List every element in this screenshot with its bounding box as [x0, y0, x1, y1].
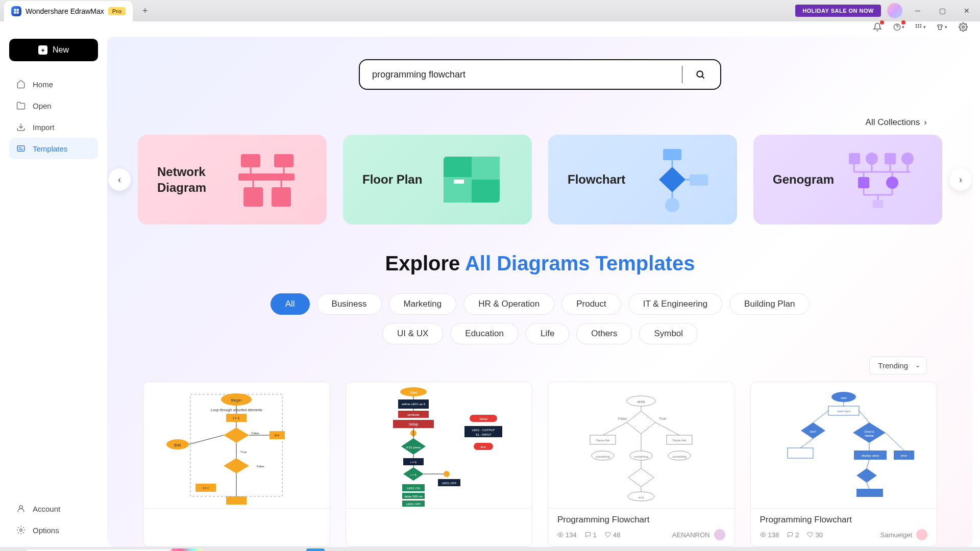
svg-text:Game Ask: Game Ask [672, 439, 687, 442]
sidebar-item-import[interactable]: Import [9, 116, 98, 138]
svg-rect-2 [918, 24, 919, 26]
gear-icon [16, 525, 26, 535]
category-title: Network Diagram [157, 164, 226, 195]
eye-icon [760, 532, 766, 538]
comment-icon [585, 532, 591, 538]
taskbar-edge-icon[interactable] [225, 548, 243, 551]
sidebar-item-home[interactable]: Home [9, 73, 98, 95]
filter-chip-uiux[interactable]: UI & UX [382, 323, 443, 344]
filter-chip-marketing[interactable]: Marketing [389, 293, 457, 315]
svg-text:Setup: Setup [409, 422, 418, 427]
svg-rect-8 [17, 146, 24, 152]
filter-chip-symbol[interactable]: Symbol [639, 323, 698, 344]
bell-icon[interactable] [872, 21, 883, 33]
filter-chip-building[interactable]: Building Plan [729, 293, 810, 315]
svg-point-89 [444, 471, 450, 477]
apps-icon[interactable]: ▾ [915, 21, 926, 33]
filter-chip-education[interactable]: Education [450, 323, 519, 344]
minimize-button[interactable]: ─ [909, 3, 927, 18]
template-thumbnail: Start define LED1 as 6 pinMode Setup if … [346, 382, 532, 509]
template-card[interactable]: Start define LED1 as 6 pinMode Setup if … [346, 382, 533, 547]
template-card[interactable]: while False True Game Ask Game Ask somet… [548, 382, 735, 547]
shirt-icon[interactable]: ▾ [936, 21, 947, 33]
category-card-flowchart[interactable]: Flowchart [548, 135, 737, 224]
filter-chip-all[interactable]: All [271, 293, 310, 315]
category-card-network[interactable]: Network Diagram [138, 135, 327, 224]
flowchart-illustration-icon [636, 146, 718, 213]
filter-chip-hr[interactable]: HR & Operation [463, 293, 554, 315]
sort-label: Trending [878, 361, 908, 370]
maximize-button[interactable]: ▢ [933, 3, 951, 18]
close-button[interactable]: ✕ [958, 3, 976, 18]
svg-point-9 [19, 506, 22, 509]
svg-text:display value: display value [861, 454, 879, 457]
svg-text:End: End [175, 443, 181, 447]
svg-point-35 [901, 153, 914, 165]
carousel-next-button[interactable]: › [949, 168, 972, 191]
help-icon[interactable]: ▾ [893, 21, 904, 33]
search-button[interactable] [693, 67, 708, 82]
template-thumbnail: start read input End? Check &Validate di… [751, 382, 937, 509]
svg-text:something: something [672, 455, 687, 458]
taskbar-word-icon[interactable]: W [286, 548, 304, 551]
floorplan-illustration-icon [431, 146, 512, 213]
comments-stat: 2 [787, 531, 799, 539]
taskbar-chrome-icon[interactable] [265, 548, 284, 551]
sort-select[interactable]: Trending ⌄ [869, 357, 927, 374]
svg-point-28 [665, 198, 679, 212]
views-stat: 134 [557, 531, 577, 539]
svg-rect-3 [920, 24, 922, 26]
app-tab[interactable]: Wondershare EdrawMax Pro [4, 1, 133, 21]
svg-text:i = 0: i = 0 [410, 461, 416, 464]
svg-rect-14 [238, 173, 295, 181]
genogram-illustration-icon [841, 146, 923, 213]
chevron-down-icon: ⌄ [915, 362, 920, 369]
svg-point-10 [20, 529, 22, 532]
category-card-floorplan[interactable]: Floor Plan [343, 135, 532, 224]
taskbar-widget-icon[interactable] [172, 548, 202, 551]
template-title: Programming Flowchart [557, 515, 725, 525]
holiday-sale-badge[interactable]: HOLIDAY SALE ON NOW [795, 5, 881, 17]
svg-rect-24 [454, 180, 464, 184]
template-card[interactable]: Begin Loop through unsorted elements i =… [143, 382, 330, 547]
filter-chip-business[interactable]: Business [317, 293, 382, 315]
svg-text:LED1 OFF: LED1 OFF [442, 482, 456, 485]
filter-chip-product[interactable]: Product [561, 293, 621, 315]
explore-heading: Explore All Diagrams Templates [138, 252, 942, 275]
template-thumbnail: while False True Game Ask Game Ask somet… [548, 382, 734, 509]
all-collections-link[interactable]: All Collections › [866, 117, 927, 128]
svg-marker-150 [856, 468, 877, 483]
user-avatar[interactable] [887, 3, 902, 18]
taskbar-taskview-icon[interactable] [204, 548, 223, 551]
new-button[interactable]: + New [9, 39, 98, 61]
filter-chip-life[interactable]: Life [526, 323, 569, 344]
explore-heading-black: Explore [385, 252, 465, 274]
user-icon [16, 504, 26, 513]
network-illustration-icon [226, 146, 307, 213]
taskbar-explorer-icon[interactable] [245, 548, 263, 551]
svg-text:delay 500 ms: delay 500 ms [404, 495, 423, 498]
sidebar-item-account[interactable]: Account [9, 498, 98, 519]
sidebar-item-options[interactable]: Options [9, 519, 98, 541]
taskbar-edraw-icon[interactable] [306, 548, 325, 551]
filter-chip-it[interactable]: IT & Engineering [628, 293, 722, 315]
start-button[interactable] [3, 547, 24, 551]
templates-icon [16, 144, 26, 153]
search-box[interactable] [359, 59, 721, 90]
sidebar-item-label: Import [33, 123, 55, 132]
new-tab-button[interactable]: + [138, 4, 152, 18]
likes-stat: 30 [807, 531, 822, 539]
sidebar-item-label: Options [33, 526, 59, 535]
svg-text:i = 1: i = 1 [233, 416, 240, 420]
carousel-prev-button[interactable]: ‹ [108, 168, 131, 191]
category-card-genogram[interactable]: Genogram [753, 135, 942, 224]
sidebar-item-open[interactable]: Open [9, 95, 98, 116]
template-card[interactable]: start read input End? Check &Validate di… [750, 382, 938, 547]
filter-chip-others[interactable]: Others [576, 323, 632, 344]
svg-line-130 [603, 422, 627, 435]
search-input[interactable] [372, 69, 672, 80]
sidebar-item-templates[interactable]: Templates [9, 138, 98, 159]
svg-rect-13 [274, 154, 293, 167]
settings-icon[interactable] [958, 21, 969, 33]
svg-marker-56 [224, 428, 249, 443]
